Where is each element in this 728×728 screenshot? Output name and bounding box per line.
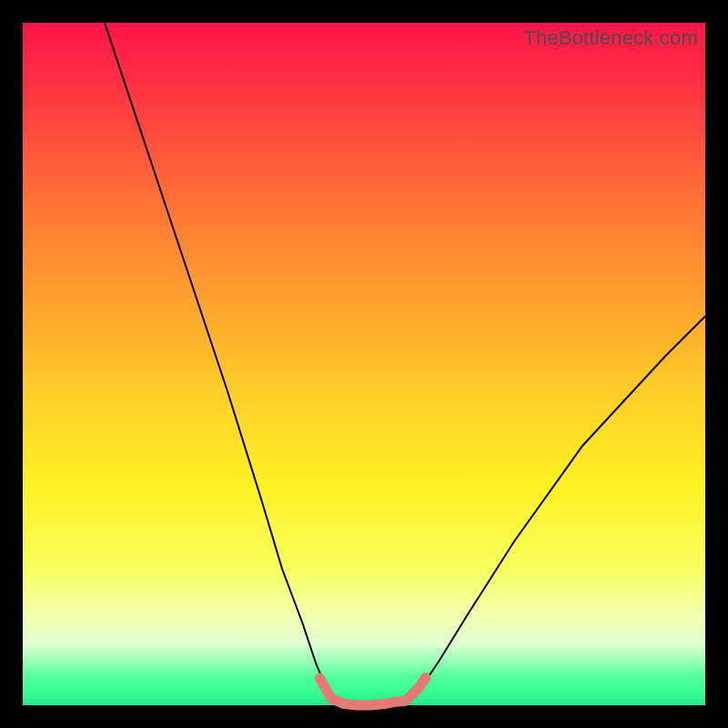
curve-layer — [23, 23, 705, 705]
chart-frame: TheBottleneck.com — [0, 0, 728, 728]
right-curve — [405, 317, 705, 706]
plot-area: TheBottleneck.com — [23, 23, 705, 705]
svg-point-0 — [414, 683, 424, 693]
svg-point-1 — [420, 673, 430, 683]
left-curve — [105, 23, 337, 705]
data-markers — [319, 673, 430, 706]
